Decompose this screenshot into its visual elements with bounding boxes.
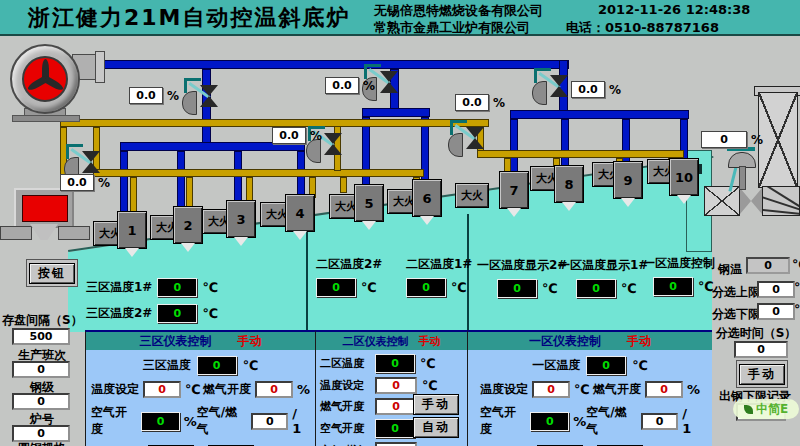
combustion-fan-icon [10,44,80,114]
charge-door [14,188,74,228]
flue-damper-icon [740,188,751,214]
mode-indicator: 手动 [419,334,441,349]
panel-title: 二区仪表控制 [343,334,409,349]
sort-upper-label: 分选上限 [712,284,760,301]
zone2-auto-button[interactable]: 自动 [413,417,459,438]
sort-time-label: 分选时间（S） [712,325,800,342]
air-valve-zone2-readout: 0.0% [325,77,375,94]
gas-valve-zone1-readout: 0.0% [455,94,505,111]
zone3-temp2-display: 三区温度2#0℃ [86,304,218,323]
burner-9-box: 9 [613,161,643,199]
datetime: 2012-11-26 12:48:38 [598,2,750,17]
air-branch-b5 [362,117,370,188]
burner-7-box: 7 [499,171,529,209]
steel-grade-input[interactable]: 0 [12,393,70,410]
air-branch-b7 [510,119,518,176]
mode-indicator: 手动 [238,333,262,350]
left-panel-button[interactable]: 按钮 [29,263,75,284]
air-branch-b9 [622,119,630,167]
zone3-ratio-input[interactable]: 0 [251,413,288,430]
gas-valve-zone1-icon [448,120,486,158]
company-name-1: 无锡倍恩特燃烧设备有限公司 [374,2,543,20]
zone2-air-opening-display: 0 [375,419,415,438]
zone3-pv-display: 0 [197,356,237,375]
zone1-setpoint-input[interactable]: 0 [532,381,570,398]
gas-valve-zone2-readout: 0.0% [272,127,322,144]
mode-indicator: 手动 [627,333,651,350]
door-pipe-left [0,226,32,240]
zone1-temp-display2: 一区温度显示2# 0℃ [477,257,567,298]
zone2-setpoint-input[interactable]: 0 [375,377,417,394]
flame-status-box: 大火 [455,183,489,208]
sort-lower-input[interactable]: 0 [757,303,795,320]
zone2-gas-opening-input[interactable]: 0 [375,398,417,415]
burner-1-box: 1 [117,211,147,249]
air-valve-zone3-readout: 0.0% [129,87,179,104]
air-branch-b1 [120,151,128,215]
gas-main-pipe [60,119,489,127]
fan-base [12,115,80,122]
chimney-elbow [762,186,800,216]
panel-title: 一区仪表控制 [529,333,601,350]
zone-divider-3-2 [306,226,308,332]
sort-time-input[interactable]: 0 [734,341,788,358]
flue-damper-readout: 0% [701,131,763,148]
zone3-control-panel: 三区仪表控制手动 三区温度 0 ℃ 温度设定0℃ 燃气开度0% 空气开度0% 空… [85,330,315,446]
burner-8-box: 8 [554,165,584,203]
air-main-pipe [85,60,569,69]
steel-temp-label: 钢温 [718,261,742,278]
zone1-gas-opening-input[interactable]: 0 [645,381,683,398]
gas-branch-b5 [340,177,347,193]
furnace-no-input[interactable]: 0 [12,425,70,442]
zone3-gas-opening-input[interactable]: 0 [255,381,293,398]
exhaust-duct [704,186,740,216]
zone3-air-opening-display: 0 [141,412,180,431]
zone3-temp1-display: 三区温度1#0℃ [86,278,218,297]
zone1-air-opening-display: 0 [530,412,569,431]
zone1-control-panel: 一区仪表控制手动 一区温度 0 ℃ 温度设定0℃ 燃气开度0% 空气开度0% 空… [467,330,712,446]
chimney-stack [758,92,798,188]
sort-lower-label: 分选下限 [712,306,760,323]
zone2-pv-display: 0 [375,354,415,373]
air-valve-zone1-icon [532,68,570,106]
burner-3-box: 3 [226,200,256,238]
gas-branch-b1 [130,177,137,215]
air-valve-zone3-icon [182,78,220,116]
charge-door-window [22,195,68,222]
sort-upper-input[interactable]: 0 [757,281,795,298]
burner-6-box: 6 [412,179,442,217]
zone2-temp2-display: 二区温度2# 0℃ [316,256,382,297]
door-funnel [30,224,58,240]
zone1-pv-display: 0 [586,356,626,375]
burner-4-box: 4 [285,194,315,232]
air-branch-b2 [177,151,185,211]
gas-manifold-right [477,150,684,158]
phone-number: 电话：0510-88787168 [566,19,719,37]
zone2-ratio-input[interactable]: 0 [375,442,417,446]
air-branch-b8 [561,119,569,170]
air-valve-zone1-readout: 0.0% [571,81,621,98]
zone2-control-panel: 二区仪表控制手动 二区温度0℃ 温度设定0℃ 燃气开度0% 空气开度0% 空气/… [315,330,467,446]
zone2-manual-button[interactable]: 手动 [413,394,459,415]
save-interval-input[interactable]: 500 [12,328,70,345]
air-manifold-mid [362,108,430,117]
panel-title: 三区仪表控制 [140,333,212,350]
burner-10-box: 10 [669,158,699,196]
sort-manual-button[interactable]: 手动 [739,364,785,385]
zone1-temp-display1: 一区温度显示1# 0℃ [558,257,648,298]
shift-input[interactable]: 0 [12,361,70,378]
air-branch-b3 [234,151,242,205]
watermark: 中简E [733,399,799,419]
door-pipe-right [58,226,90,240]
zone1-ratio-input[interactable]: 0 [641,413,678,430]
zone3-setpoint-input[interactable]: 0 [143,381,181,398]
zone2-temp1-display: 二区温度1# 0℃ [406,256,472,297]
gas-valve-left-readout: 0.0% [60,174,110,191]
page-title: 浙江健力21M自动控温斜底炉 [28,3,351,33]
fan-flange [95,51,105,83]
steel-temp-display: 0 [746,257,790,274]
burner-2-box: 2 [173,206,203,244]
company-name-2: 常熟市金鼎工业炉有限公司 [374,19,530,37]
leaf-icon [744,405,753,414]
gas-manifold-left [93,169,424,177]
